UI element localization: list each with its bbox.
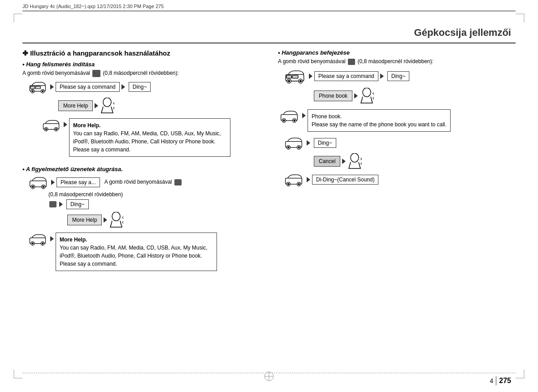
arrow-right-r1 <box>309 73 312 79</box>
phone-book-info-text: Phone book. Please say the name of the p… <box>312 112 447 129</box>
arrow-ding-2 <box>59 202 63 207</box>
section-hangparancs: • Hangparancs befejezése A gomb rövid be… <box>278 49 525 186</box>
more-help-info-box-2: More Help. You can say Radio, FM, AM, Me… <box>56 233 217 271</box>
arrow-to-head-1 <box>95 103 98 108</box>
left-column: ✤ Illusztráció a hangparancsok használat… <box>22 49 265 276</box>
ding-bubble-1: Ding~ <box>129 82 151 92</box>
reg-mark-br <box>516 370 525 379</box>
right-ding-1: Ding~ <box>387 71 410 81</box>
right-section-title: • Hangparancs befejezése <box>278 49 525 56</box>
svg-rect-31 <box>286 75 291 78</box>
arrow-to-head-r1 <box>354 93 358 99</box>
page-num: 275 <box>499 377 511 385</box>
svg-point-38 <box>294 120 295 121</box>
cancel-row: Cancel <box>314 153 525 169</box>
svg-rect-32 <box>292 75 298 78</box>
page-title: Gépkocsija jellemzői <box>414 27 511 39</box>
more-help-button-1[interactable]: More Help <box>58 100 93 111</box>
svg-point-30 <box>300 80 302 82</box>
car-icon-4 <box>27 233 48 246</box>
arrow-s2-1 <box>51 180 55 185</box>
arrow-right-1 <box>50 84 54 90</box>
phone-btn-icon-right <box>348 59 355 65</box>
section1-info-area: More Help. You can say Radio, FM, AM, Me… <box>40 116 265 159</box>
ding-bubble-2: Ding~ <box>66 199 89 209</box>
info-title-2: More Help. <box>60 236 213 244</box>
page-divider <box>496 376 496 385</box>
chapter-num: 4 <box>490 377 494 384</box>
page-header: JD Hungary 4c (Audio_182~).qxp 12/17/201… <box>22 4 516 11</box>
svg-point-44 <box>351 153 359 162</box>
svg-text:📞: 📞 <box>94 71 100 77</box>
more-help-row-2: More Help <box>67 212 265 228</box>
arrow-info-1 <box>64 122 67 127</box>
car-icon-5 <box>282 68 307 84</box>
svg-point-33 <box>363 88 371 97</box>
svg-point-13 <box>45 129 47 130</box>
reg-mark-tl <box>13 13 22 22</box>
speaker-head-2 <box>109 212 123 228</box>
svg-rect-7 <box>30 86 35 89</box>
section2-subtext2: (0,8 másodpercnél rövidebben) <box>48 191 265 198</box>
section2-inline-text: A gomb rövid benyomásával <box>104 179 182 185</box>
speaker-head-right-1 <box>360 88 374 104</box>
right-say-command-bubble: Please say a command <box>314 71 378 81</box>
svg-point-42 <box>288 146 289 148</box>
phone-book-row: Phone book <box>314 88 525 104</box>
car-icon-2 <box>40 118 62 132</box>
cancel-sound-row: Di-Ding~(Cancel Sound) <box>282 173 525 186</box>
arrow-to-head-r2 <box>342 159 346 164</box>
phone-book-car-row: Phone book. Please say the name of the p… <box>278 108 525 134</box>
svg-point-6 <box>42 90 43 92</box>
section1-title: • Hang felismerés indítása <box>22 61 265 68</box>
phone-book-info-box: Phone book. Please say the name of the p… <box>308 109 451 132</box>
info-text-1: You can say Radio, FM, AM, Media, CD, US… <box>73 129 226 154</box>
arrow-phone-info <box>302 113 306 118</box>
car-icon-6 <box>278 109 300 123</box>
phone-btn-icon-3 <box>49 201 56 207</box>
svg-point-24 <box>32 243 33 244</box>
svg-rect-8 <box>35 86 40 89</box>
header-text: JD Hungary 4c (Audio_182~).qxp 12/17/201… <box>22 4 164 9</box>
svg-point-5 <box>32 90 33 92</box>
arrow-info-2 <box>50 236 54 241</box>
section2-info-area: More Help. You can say Radio, FM, AM, Me… <box>27 231 265 274</box>
arrow-right-r2 <box>380 73 384 79</box>
more-help-car-row-2: More Help. You can say Radio, FM, AM, Me… <box>27 231 265 274</box>
svg-point-14 <box>56 129 57 130</box>
svg-point-43 <box>298 146 299 148</box>
right-info-area: Phone book. Please say the name of the p… <box>278 108 525 134</box>
section1-bubble-row: Please say a command Ding~ <box>27 80 265 94</box>
main-content: ✤ Illusztráció a hangparancsok használat… <box>22 49 516 370</box>
phone-btn-icon-2 <box>174 179 182 185</box>
svg-point-25 <box>42 243 43 244</box>
more-help-button-2[interactable]: More Help <box>67 215 102 225</box>
info-title-1: More Help. <box>73 121 226 129</box>
car-icon-8 <box>282 173 305 186</box>
more-help-info-box-1: More Help. You can say Radio, FM, AM, Me… <box>69 118 230 157</box>
please-say-short-bubble: Please say a... <box>56 177 100 187</box>
svg-point-9 <box>103 98 111 107</box>
cancel-button[interactable]: Cancel <box>314 156 340 167</box>
car-icon-1 <box>27 80 48 94</box>
section2-car-row: Please say a... A gomb rövid benyomásáva… <box>27 175 265 190</box>
svg-point-29 <box>288 80 290 82</box>
section2-ding-row: Ding~ <box>48 199 265 209</box>
arrow-right-2 <box>121 84 125 90</box>
section1-subtext: A gomb rövid benyomásával 📞 (0,8 másodpe… <box>22 69 265 77</box>
title-divider <box>22 43 516 43</box>
more-help-row-1: More Help <box>58 98 265 114</box>
svg-point-20 <box>112 212 120 221</box>
section-figyelmezteto: • A figyelmeztető üzenetek átugrása. Ple… <box>22 166 265 274</box>
arrow-ding-r2 <box>307 140 310 146</box>
info-text-2: You can say Radio, FM, AM, Media, CD, US… <box>60 244 213 268</box>
right-ding-2: Ding~ <box>314 138 336 148</box>
right-column: • Hangparancs befejezése A gomb rövid be… <box>278 49 525 188</box>
car-icon-3 <box>27 175 49 190</box>
reg-mark-tr <box>516 13 525 22</box>
speaker-head-right-2 <box>347 153 362 169</box>
svg-point-48 <box>288 183 289 185</box>
arrow-to-head-2 <box>104 217 107 223</box>
bottom-cross <box>264 371 274 383</box>
phone-book-button[interactable]: Phone book <box>314 90 352 101</box>
